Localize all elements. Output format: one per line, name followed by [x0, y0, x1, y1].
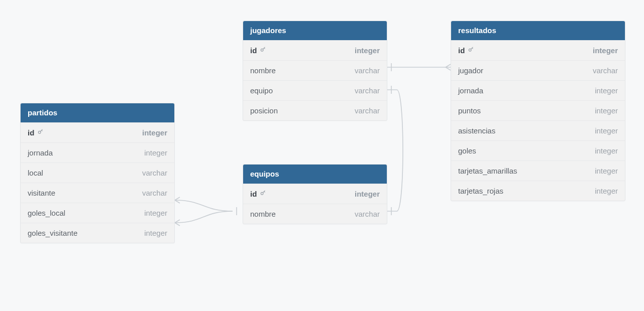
svg-point-12 [261, 192, 264, 195]
col-type: integer [595, 187, 618, 195]
col-type: integer [144, 148, 167, 157]
table-row: jornada integer [21, 142, 174, 163]
col-name: goles_local [28, 209, 65, 217]
col-name: nombre [250, 210, 276, 218]
key-icon [37, 128, 44, 136]
key-icon [260, 189, 267, 198]
table-row: asistencias integer [451, 120, 625, 140]
col-type: varchar [142, 169, 167, 177]
svg-line-2 [175, 220, 180, 223]
table-header: equipos [243, 165, 387, 184]
table-row: goles_visitante integer [21, 223, 174, 243]
col-type: varchar [355, 106, 380, 115]
col-name: id [250, 46, 257, 55]
table-row: posicion varchar [243, 100, 387, 120]
svg-point-10 [39, 131, 41, 133]
table-row: local varchar [21, 163, 174, 183]
col-type: integer [595, 126, 618, 135]
col-type: integer [142, 128, 167, 137]
svg-line-1 [175, 200, 180, 203]
col-type: integer [355, 190, 380, 198]
col-name: goles [458, 146, 476, 155]
table-header: jugadores [243, 21, 387, 40]
col-name: visitante [28, 189, 55, 197]
svg-line-3 [175, 223, 180, 226]
table-row: nombre varchar [243, 204, 387, 224]
table-row: tarjetas_rojas integer [451, 181, 625, 201]
table-partidos: partidos id integer jornada integer loca… [20, 103, 175, 243]
svg-point-13 [469, 49, 472, 51]
col-name: jornada [28, 148, 53, 157]
col-name: jornada [458, 86, 483, 95]
col-name: id [28, 128, 34, 137]
table-row: equipo varchar [243, 80, 387, 100]
col-name: jugador [458, 66, 483, 75]
svg-line-8 [446, 64, 451, 67]
table-resultados: resultados id integer jugador varchar jo… [451, 21, 625, 201]
col-name: tarjetas_amarillas [458, 167, 517, 175]
col-type: integer [144, 209, 167, 217]
table-equipos: equipos id integer nombre varchar [243, 164, 387, 224]
table-jugadores: jugadores id integer nombre varchar equi… [243, 21, 387, 121]
col-name: equipo [250, 86, 273, 95]
col-type: varchar [593, 66, 618, 75]
col-type: varchar [355, 210, 380, 218]
svg-line-0 [175, 197, 180, 200]
table-header: resultados [451, 21, 625, 40]
col-name: puntos [458, 106, 481, 115]
col-name: goles_visitante [28, 229, 77, 237]
table-header: partidos [21, 103, 174, 122]
col-type: integer [595, 167, 618, 175]
col-type: integer [595, 146, 618, 155]
col-type: integer [595, 86, 618, 95]
table-row: puntos integer [451, 100, 625, 120]
col-type: varchar [355, 86, 380, 95]
col-name: nombre [250, 66, 276, 75]
table-row: id integer [243, 40, 387, 60]
col-type: integer [593, 46, 618, 55]
col-name: local [28, 169, 43, 177]
table-row: goles_local integer [21, 203, 174, 223]
table-row: id integer [243, 184, 387, 204]
col-type: integer [355, 46, 380, 55]
table-row: id integer [21, 122, 174, 142]
table-row: goles integer [451, 140, 625, 161]
col-name: id [250, 190, 257, 198]
table-row: jornada integer [451, 80, 625, 100]
col-name: tarjetas_rojas [458, 187, 503, 195]
svg-line-9 [446, 67, 451, 70]
col-name: posicion [250, 106, 278, 115]
col-type: integer [595, 106, 618, 115]
svg-point-11 [261, 49, 264, 51]
col-type: varchar [355, 66, 380, 75]
table-row: tarjetas_amarillas integer [451, 161, 625, 181]
table-row: id integer [451, 40, 625, 60]
col-name: asistencias [458, 126, 495, 135]
table-row: visitante varchar [21, 183, 174, 203]
col-type: varchar [142, 189, 167, 197]
col-type: integer [144, 229, 167, 237]
key-icon [468, 46, 475, 54]
table-row: jugador varchar [451, 60, 625, 80]
col-name: id [458, 46, 465, 55]
key-icon [260, 46, 267, 54]
table-row: nombre varchar [243, 60, 387, 80]
